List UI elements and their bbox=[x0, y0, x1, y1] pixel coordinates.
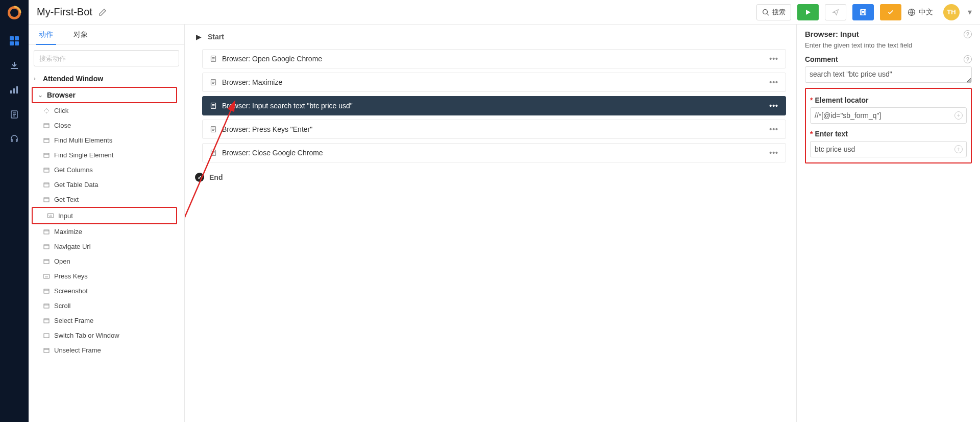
window-icon bbox=[43, 228, 50, 236]
nav-support-icon[interactable] bbox=[9, 134, 19, 144]
nav-analytics-icon[interactable] bbox=[9, 85, 19, 95]
action-tree[interactable]: › Attended Window ⌄ Browser Click Close … bbox=[29, 71, 184, 422]
action-navigate[interactable]: Navigate Url bbox=[29, 239, 180, 254]
window-icon bbox=[43, 302, 50, 310]
svg-rect-48 bbox=[44, 334, 49, 338]
enter-text-input[interactable] bbox=[810, 141, 967, 157]
user-menu-caret-icon[interactable]: ▾ bbox=[968, 7, 972, 17]
nav-rail bbox=[0, 0, 29, 422]
comment-label: Comment ? bbox=[805, 55, 972, 63]
step-menu-icon[interactable]: ••• bbox=[769, 149, 778, 157]
step-close-chrome[interactable]: Browser: Close Google Chrome ••• bbox=[202, 143, 786, 162]
window-icon bbox=[43, 167, 50, 174]
click-icon bbox=[43, 107, 50, 114]
action-click[interactable]: Click bbox=[29, 103, 180, 118]
document-icon bbox=[210, 55, 217, 62]
action-get-table[interactable]: Get Table Data bbox=[29, 177, 180, 192]
save-button[interactable] bbox=[852, 4, 874, 20]
action-find-multi[interactable]: Find Multi Elements bbox=[29, 133, 180, 148]
chevron-down-icon: ⌄ bbox=[38, 91, 44, 99]
svg-rect-17 bbox=[44, 124, 49, 128]
nav-document-icon[interactable] bbox=[9, 109, 19, 120]
window-icon bbox=[43, 288, 50, 295]
svg-point-1 bbox=[10, 9, 18, 17]
step-open-chrome[interactable]: Browser: Open Google Chrome ••• bbox=[202, 49, 786, 68]
element-locator-input[interactable] bbox=[810, 107, 967, 124]
left-panel: 动作 对象 › Attended Window ⌄ Browser Click … bbox=[29, 25, 185, 422]
left-panel-tabs: 动作 对象 bbox=[29, 25, 184, 45]
svg-rect-49 bbox=[44, 348, 49, 353]
app-logo[interactable] bbox=[6, 4, 23, 21]
search-button-label: 搜索 bbox=[772, 8, 786, 17]
confirm-button[interactable] bbox=[880, 4, 901, 20]
search-button[interactable]: 搜索 bbox=[756, 4, 791, 20]
language-label: 中文 bbox=[919, 8, 933, 17]
action-close[interactable]: Close bbox=[29, 118, 180, 133]
action-screenshot[interactable]: Screenshot bbox=[29, 284, 180, 298]
add-icon[interactable]: + bbox=[954, 145, 963, 153]
window-icon bbox=[43, 137, 50, 144]
svg-rect-42 bbox=[44, 289, 49, 293]
step-menu-icon[interactable]: ••• bbox=[769, 78, 778, 86]
action-get-columns[interactable]: Get Columns bbox=[29, 162, 180, 177]
send-button[interactable] bbox=[825, 4, 846, 20]
flow-canvas[interactable]: ▶ Start Browser: Open Google Chrome ••• … bbox=[185, 25, 796, 422]
action-press-keys[interactable]: Press Keys bbox=[29, 269, 180, 284]
help-icon[interactable]: ? bbox=[964, 30, 972, 38]
flow-start[interactable]: ▶ Start bbox=[196, 33, 786, 41]
action-switch-tab[interactable]: Switch Tab or Window bbox=[29, 328, 180, 343]
comment-input[interactable] bbox=[805, 66, 972, 83]
step-menu-icon[interactable]: ••• bbox=[769, 125, 778, 133]
tab-objects[interactable]: 对象 bbox=[63, 25, 98, 44]
step-press-enter[interactable]: Browser: Press Keys "Enter" ••• bbox=[202, 120, 786, 139]
svg-rect-29 bbox=[47, 214, 54, 218]
svg-rect-44 bbox=[44, 304, 49, 308]
properties-description: Enter the given text into the text field bbox=[805, 41, 972, 49]
step-maximize[interactable]: Browser: Maximize ••• bbox=[202, 73, 786, 92]
help-icon[interactable]: ? bbox=[964, 55, 972, 63]
check-circle-icon: ✓ bbox=[195, 173, 204, 182]
action-input[interactable]: Input bbox=[32, 207, 177, 224]
enter-text-label: *Enter text bbox=[810, 130, 967, 138]
action-scroll[interactable]: Scroll bbox=[29, 298, 180, 313]
add-icon[interactable]: + bbox=[954, 111, 963, 120]
step-input-search[interactable]: Browser: Input search text "btc price us… bbox=[202, 96, 786, 115]
language-switcher[interactable]: 中文 bbox=[908, 8, 933, 17]
search-actions-input[interactable] bbox=[34, 50, 179, 66]
category-attended-window[interactable]: › Attended Window bbox=[29, 71, 180, 87]
document-icon bbox=[210, 126, 217, 133]
svg-rect-25 bbox=[44, 183, 49, 187]
action-get-text[interactable]: Get Text bbox=[29, 192, 180, 207]
svg-rect-40 bbox=[43, 274, 50, 278]
keyboard-icon bbox=[43, 273, 50, 280]
flow-end[interactable]: ✓ End bbox=[195, 173, 786, 182]
action-unselect-frame[interactable]: Unselect Frame bbox=[29, 343, 180, 358]
keyboard-icon bbox=[47, 212, 54, 219]
action-select-frame[interactable]: Select Frame bbox=[29, 313, 180, 328]
svg-rect-6 bbox=[10, 90, 12, 93]
action-maximize[interactable]: Maximize bbox=[29, 224, 180, 239]
window-icon bbox=[43, 347, 50, 354]
required-fields-highlight: *Element locator + *Enter text + bbox=[805, 88, 972, 163]
tab-actions[interactable]: 动作 bbox=[29, 25, 63, 44]
svg-rect-36 bbox=[44, 245, 49, 249]
nav-dashboard-icon[interactable] bbox=[9, 36, 19, 46]
svg-rect-46 bbox=[44, 319, 49, 323]
action-open[interactable]: Open bbox=[29, 254, 180, 269]
user-avatar[interactable]: TH bbox=[943, 4, 960, 20]
action-find-single[interactable]: Find Single Element bbox=[29, 148, 180, 162]
window-icon bbox=[43, 258, 50, 265]
window-icon bbox=[43, 181, 50, 189]
window-icon bbox=[43, 332, 50, 339]
document-icon bbox=[210, 102, 217, 109]
category-browser[interactable]: ⌄ Browser bbox=[32, 87, 177, 103]
svg-rect-3 bbox=[15, 36, 19, 40]
edit-title-icon[interactable] bbox=[99, 8, 107, 16]
run-button[interactable] bbox=[797, 4, 819, 20]
nav-download-icon[interactable] bbox=[9, 60, 19, 71]
svg-rect-38 bbox=[44, 260, 49, 264]
step-menu-icon[interactable]: ••• bbox=[769, 55, 778, 63]
step-menu-icon[interactable]: ••• bbox=[769, 102, 778, 110]
window-icon bbox=[43, 152, 50, 159]
window-icon bbox=[43, 317, 50, 324]
